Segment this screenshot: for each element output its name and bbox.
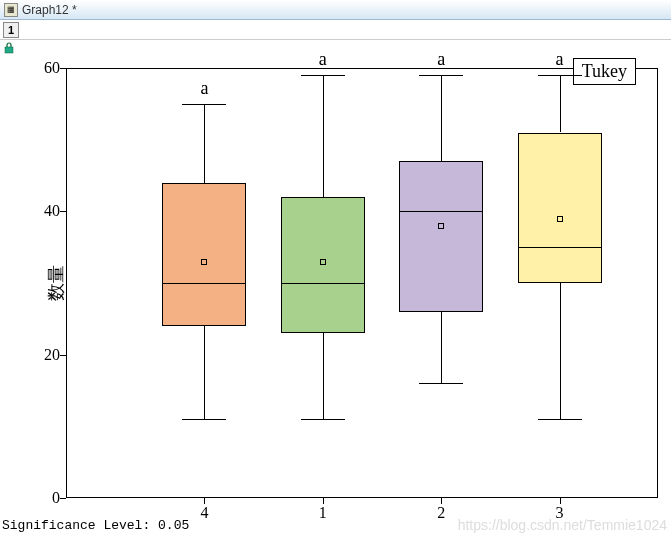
legend: Tukey [573, 58, 636, 85]
mean-marker [557, 216, 563, 222]
y-tick [60, 68, 66, 69]
whisker-lower [323, 333, 324, 419]
svg-rect-0 [5, 47, 13, 53]
mean-marker [201, 259, 207, 265]
window-title: Graph12 * [22, 3, 77, 17]
y-axis-label: 数量 [44, 265, 68, 301]
median-line [281, 283, 365, 284]
significance-letter: a [556, 49, 564, 70]
plot-area: 数量 Tukey 0204060 4a1a2a3a [66, 68, 658, 498]
y-tick-label: 20 [30, 346, 60, 364]
whisker-cap [182, 419, 226, 420]
median-line [162, 283, 246, 284]
lock-icon [3, 42, 15, 54]
x-tick-label: 4 [200, 504, 208, 522]
tab-bar: 1 [0, 20, 671, 40]
whisker-upper [204, 104, 205, 183]
median-line [518, 247, 602, 248]
layer-tab[interactable]: 1 [3, 22, 19, 38]
box [518, 133, 602, 284]
whisker-lower [560, 283, 561, 419]
whisker-upper [560, 75, 561, 132]
whisker-cap [538, 75, 582, 76]
x-tick-label: 2 [437, 504, 445, 522]
whisker-cap [538, 419, 582, 420]
significance-letter: a [200, 78, 208, 99]
whisker-cap [182, 104, 226, 105]
significance-letter: a [319, 49, 327, 70]
whisker-cap [419, 383, 463, 384]
whisker-lower [441, 312, 442, 384]
y-tick [60, 355, 66, 356]
whisker-upper [441, 75, 442, 161]
box [399, 161, 483, 312]
mean-marker [320, 259, 326, 265]
box [162, 183, 246, 326]
significance-letter: a [437, 49, 445, 70]
box [281, 197, 365, 333]
y-tick [60, 211, 66, 212]
watermark: https://blog.csdn.net/Temmie1024 [458, 517, 667, 533]
x-axis [66, 497, 658, 498]
whisker-cap [301, 75, 345, 76]
y-tick [60, 498, 66, 499]
title-bar: ▦ Graph12 * [0, 0, 671, 20]
y-tick-label: 0 [30, 489, 60, 507]
mean-marker [438, 223, 444, 229]
y-tick-label: 40 [30, 202, 60, 220]
significance-level: Significance Level: 0.05 [2, 518, 189, 533]
whisker-lower [204, 326, 205, 419]
median-line [399, 211, 483, 212]
y-axis-right [657, 68, 658, 498]
whisker-cap [301, 419, 345, 420]
x-axis-top [66, 68, 658, 69]
graph-window-icon: ▦ [4, 3, 18, 17]
whisker-upper [323, 75, 324, 197]
whisker-cap [419, 75, 463, 76]
y-tick-label: 60 [30, 59, 60, 77]
x-tick-label: 1 [319, 504, 327, 522]
lock-row [0, 40, 671, 56]
